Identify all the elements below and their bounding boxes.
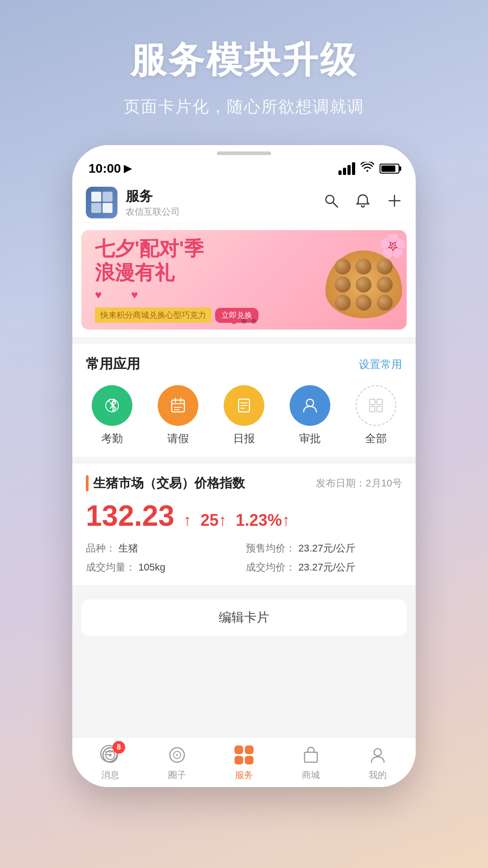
attendance-label: 考勤 [101,431,123,446]
status-bar: 10:00 ▶ [72,155,416,182]
banner-section: 七夕'配对'季 浪漫有礼 ♥ ♥ 快来积分商城兑换心型巧克力 立即兑换 [72,223,416,337]
section-header: 常用应用 设置常用 [72,344,416,381]
all-label: 全部 [365,431,387,446]
message-icon: 8 [99,744,122,766]
market-data-row: 132.23 ↑ 25↑ 1.23%↑ [86,499,402,533]
market-date: 发布日期：2月10号 [316,476,402,490]
add-icon[interactable] [387,193,402,212]
approval-icon [290,385,330,426]
app-header-right [324,193,402,212]
set-common-action[interactable]: 设置常用 [359,357,402,372]
trade-price-detail: 成交均价： 23.27元/公斤 [246,561,402,574]
message-label: 消息 [101,769,119,781]
app-logo [86,187,117,218]
attendance-icon [92,385,132,426]
status-time: 10:00 ▶ [89,161,131,176]
phone-notch-pill [217,151,271,155]
svg-point-30 [374,749,381,756]
section-title: 常用应用 [86,355,140,373]
market-price: 132.23 [86,499,174,533]
banner-title-line1: 七夕'配对'季 [95,237,294,261]
apps-grid: 考勤 [72,381,416,457]
wifi-icon [361,162,374,175]
volume-detail: 成交均量： 105kg [86,561,242,574]
bell-icon[interactable] [355,193,371,212]
market-details: 品种： 生猪 预售均价： 23.27元/公斤 成交均量： 105kg 成交均价：… [86,542,402,574]
nav-item-circle[interactable]: 圈子 [144,740,211,785]
all-icon [356,385,396,426]
app-name-block: 服务 农信互联公司 [126,187,180,218]
svg-rect-19 [377,406,382,412]
app-header-left: 服务 农信互联公司 [86,187,180,218]
svg-point-15 [306,399,314,406]
svg-point-28 [176,754,178,756]
location-icon: ▶ [124,163,131,175]
edit-card-button[interactable]: 编辑卡片 [81,599,407,636]
scroll-content: 七夕'配对'季 浪漫有礼 ♥ ♥ 快来积分商城兑换心型巧克力 立即兑换 [72,223,416,787]
edit-card-section: 编辑卡片 [72,592,416,643]
leave-icon [158,385,198,426]
banner-text-area: 七夕'配对'季 浪漫有礼 ♥ ♥ 快来积分商城兑换心型巧克力 立即兑换 [81,230,307,330]
service-icon [233,744,255,766]
mine-icon [366,744,389,766]
daily-label: 日报 [233,431,255,446]
svg-rect-17 [377,399,382,405]
phone-mockup: 10:00 ▶ [72,145,416,787]
app-item-leave[interactable]: 请假 [147,385,209,446]
status-icons [338,162,399,175]
presale-price-detail: 预售均价： 23.27元/公斤 [246,542,402,555]
service-label: 服务 [235,769,253,781]
shop-label: 商城 [302,769,320,781]
battery-icon [380,164,399,174]
phone-notch-bar [72,145,416,151]
daily-icon [224,385,264,426]
mine-label: 我的 [369,769,387,781]
dot-3 [251,319,257,324]
app-name: 服务 [126,187,180,206]
common-apps-section: 常用应用 设置常用 [72,344,416,457]
nav-item-shop[interactable]: 商城 [277,740,344,785]
nav-item-message[interactable]: 8 消息 [77,740,144,785]
dot-1 [231,319,237,324]
bottom-nav: 8 消息 圈子 [72,737,416,787]
svg-rect-18 [370,406,375,412]
nav-item-mine[interactable]: 我的 [344,740,411,785]
approval-label: 审批 [299,431,321,446]
message-badge: 8 [113,741,125,754]
banner-subtitle: 快来积分商城兑换心型巧克力 [95,307,211,323]
search-icon[interactable] [324,193,339,212]
app-item-approval[interactable]: 审批 [279,385,341,446]
svg-rect-16 [370,399,375,405]
page-subtitle: 页面卡片化，随心所欲想调就调 [0,96,488,118]
circle-label: 圈子 [168,769,186,781]
shop-icon [300,744,322,766]
circle-icon [166,744,188,766]
app-header: 服务 农信互联公司 [72,182,416,223]
svg-line-1 [333,203,338,207]
banner-image: 🌸 [307,235,407,325]
market-indicator [86,475,89,491]
market-title: 生猪市场（交易）价格指数 [93,475,245,492]
market-up-arrow: ↑ [183,511,192,530]
app-item-attendance[interactable]: 考勤 [81,385,143,446]
signal-icon [338,162,355,175]
banner-title-line2: 浪漫有礼 [95,261,294,285]
app-item-daily[interactable]: 日报 [213,385,275,446]
phone-content: 七夕'配对'季 浪漫有礼 ♥ ♥ 快来积分商城兑换心型巧克力 立即兑换 [72,223,416,787]
market-change-value: 25↑ 1.23%↑ [201,511,290,530]
market-card: 生猪市场（交易）价格指数 发布日期：2月10号 132.23 ↑ 25↑ 1.2… [72,464,416,585]
variety-detail: 品种： 生猪 [86,542,242,555]
svg-rect-29 [305,752,317,762]
market-card-header: 生猪市场（交易）价格指数 发布日期：2月10号 [86,475,402,492]
banner[interactable]: 七夕'配对'季 浪漫有礼 ♥ ♥ 快来积分商城兑换心型巧克力 立即兑换 [81,230,407,330]
page-main-title: 服务模块升级 [0,36,488,85]
nav-item-service[interactable]: 服务 [211,740,277,785]
banner-dots [231,319,257,324]
app-company: 农信互联公司 [126,206,180,218]
dot-2 [241,319,247,324]
app-item-all[interactable]: 全部 [345,385,407,446]
leave-label: 请假 [167,431,189,446]
svg-rect-5 [172,400,184,412]
